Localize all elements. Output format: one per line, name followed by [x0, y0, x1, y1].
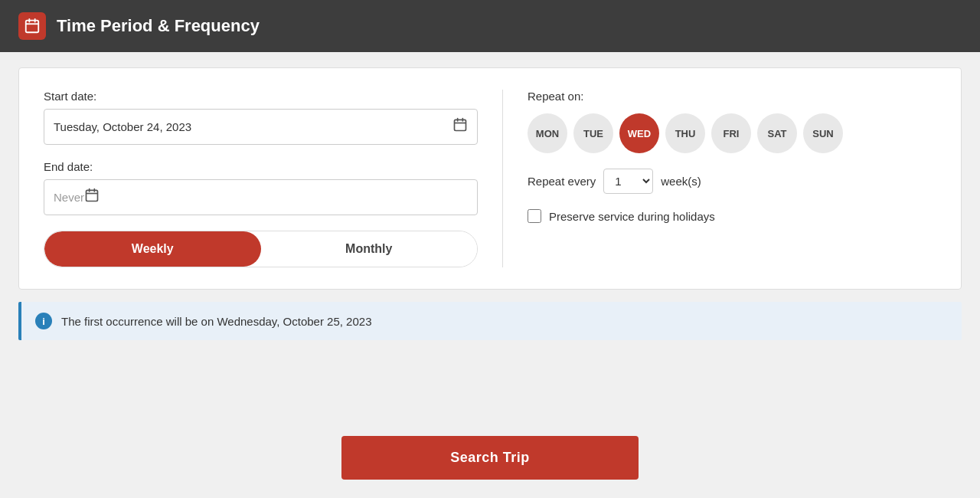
info-banner: i The first occurrence will be on Wednes… [18, 302, 962, 340]
header-icon-wrap [18, 12, 46, 40]
weekly-toggle-button[interactable]: Weekly [44, 231, 261, 267]
day-button-thu[interactable]: THU [665, 113, 705, 153]
repeat-every-unit: week(s) [661, 175, 701, 188]
svg-rect-4 [455, 120, 466, 130]
main-content: Start date: Tuesday, October 24, 2023 [0, 52, 980, 424]
left-panel: Start date: Tuesday, October 24, 2023 [44, 90, 503, 267]
start-date-value: Tuesday, October 24, 2023 [54, 120, 452, 133]
preserve-service-label[interactable]: Preserve service during holidays [549, 210, 715, 223]
repeat-every-row: Repeat every 1 2 3 4 week(s) [528, 169, 936, 194]
days-row: MONTUEWEDTHUFRISATSUN [528, 113, 936, 153]
info-icon: i [35, 313, 52, 329]
svg-rect-8 [87, 190, 98, 201]
end-date-label: End date: [44, 160, 478, 173]
repeat-every-select[interactable]: 1 2 3 4 [603, 169, 653, 194]
end-date-calendar-icon[interactable] [84, 188, 100, 207]
calendar-icon [24, 18, 41, 34]
day-button-sat[interactable]: SAT [757, 113, 797, 153]
svg-rect-0 [26, 21, 39, 33]
header: Time Period & Frequency [0, 0, 980, 52]
form-card: Start date: Tuesday, October 24, 2023 [18, 67, 962, 290]
start-date-group: Start date: Tuesday, October 24, 2023 [44, 90, 478, 145]
day-button-tue[interactable]: TUE [573, 113, 613, 153]
day-button-fri[interactable]: FRI [711, 113, 751, 153]
day-button-mon[interactable]: MON [528, 113, 567, 153]
start-date-label: Start date: [44, 90, 478, 103]
footer: Search Trip [0, 424, 980, 498]
day-button-sun[interactable]: SUN [803, 113, 843, 153]
end-date-placeholder: Never [54, 191, 84, 204]
start-date-calendar-icon[interactable] [452, 117, 468, 136]
frequency-toggle: Weekly Monthly [44, 231, 478, 267]
repeat-every-label: Repeat every [528, 175, 596, 188]
end-date-group: End date: Never [44, 160, 478, 215]
page-title: Time Period & Frequency [57, 16, 260, 36]
right-panel: Repeat on: MONTUEWEDTHUFRISATSUN Repeat … [503, 90, 936, 267]
start-date-input[interactable]: Tuesday, October 24, 2023 [44, 109, 478, 145]
repeat-on-label: Repeat on: [528, 90, 936, 103]
end-date-input[interactable]: Never [44, 179, 478, 215]
preserve-service-checkbox[interactable] [528, 209, 541, 223]
monthly-toggle-button[interactable]: Monthly [261, 231, 478, 267]
day-button-wed[interactable]: WED [619, 113, 659, 153]
preserve-service-row: Preserve service during holidays [528, 209, 936, 223]
search-trip-button[interactable]: Search Trip [341, 436, 639, 480]
info-text: The first occurrence will be on Wednesda… [61, 315, 372, 328]
